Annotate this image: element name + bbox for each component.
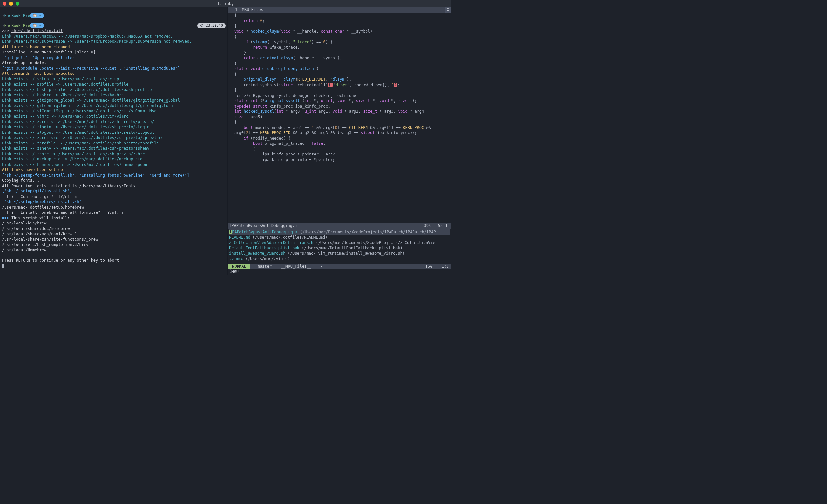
terminal-output-line: Link exists ~/.profile -> /Users/mac/.do… [2,82,226,87]
terminal-output-line: Link exists ~/.zprezto -> /Users/mac/.do… [2,119,226,125]
terminal-output-line: ['git pull', 'Updating dotfiles'] [2,55,226,61]
code-area[interactable]: { return 0;}void * hooked_dlsym(void * _… [234,13,451,223]
code-line: typedef struct kinfo_proc ipa_kinfo_proc… [234,104,450,109]
vim-command-line[interactable]: :MRU [228,269,451,275]
code-line: } [234,88,450,93]
code-line: "cm">// Bypassing sysctl debugger checki… [234,93,450,98]
terminal-output-line: ['sh ~/.setup/homebrew/install.sh'] [2,199,226,205]
terminal-output-line: All Powerline fonts installed to /Users/… [2,183,226,189]
code-line: bool modify_needed = arg1 == 4 && arg0[0… [234,125,450,136]
terminal-output-line: Link exists ~/.hammerspoon -> /Users/mac… [2,162,226,167]
terminal-output-line: ['sh ~/.setup/git/install.sh'] [2,189,226,194]
code-line: { [234,119,450,125]
terminal-output-line: Copying fonts... [2,178,226,183]
code-line: if (strcmp(__symbol, "ptrace") == 0) { [234,40,450,45]
fullscreen-window-button[interactable] [15,2,19,5]
code-line: ipa_kinfo_proc * pointer = arg2; [234,152,450,157]
code-line: bool original_p_traced = false; [234,141,450,146]
terminal-output-line: Link exists ~/.gitignore_global -> /User… [2,98,226,103]
terminal-pane[interactable]: ┌ MacBook-Pro 🏠 ~ ┌ MacBook-Pro 🏠 ~ ⏱ 23… [0,7,228,275]
footer-prompt: Press RETURN to continue or any other ke… [2,258,226,263]
terminal-output-line: Link exists ~/.zlogin -> /Users/mac/.dot… [2,124,226,130]
install-path-line: /usr/local/share/man/man1/brew.1 [2,231,226,237]
mru-item[interactable]: .vimrc (/Users/mac/.vimrc) [229,256,450,262]
statusbar-upper: IPAPatchBypassAntiDebugging.m 39% 55:1 [228,223,451,229]
code-line: } [234,61,450,66]
install-header: ==> This script will install: [2,215,226,221]
mru-item[interactable]: README.md (/Users/mac/.dotfiles/README.m… [229,235,450,240]
home-icon: 🏠 ~ [30,13,44,18]
line-gutter [228,13,234,223]
window-title: 1. ruby [217,1,234,6]
terminal-output-line: Link exists ~/.bash_profile -> /Users/ma… [2,87,226,93]
tab-line-number: 1 [235,7,237,13]
terminal-output-line: Link /Users/mac/.subversion -> /Users/ma… [2,39,226,44]
terminal-output-line: Already up-to-date. [2,60,226,66]
home-icon: 🏠 ~ [30,23,44,29]
terminal-cursor [2,264,4,268]
terminal-output-line: /Users/mac/.dotfiles/setup/homebrew [2,205,226,210]
prompt-line-2: ┌ MacBook-Pro 🏠 ~ ⏱ 23:32:40 [2,23,226,29]
tab-filename[interactable]: __MRU_Files__ [237,7,268,13]
terminal-output-line: [ ? ] Configure git? [Y/n]: n [2,194,226,200]
terminal-output-line: [ ? ] Install Homebrew and all formulae?… [2,210,226,215]
terminal-output-line: Link exists ~/.zprofile -> /Users/mac/.d… [2,141,226,146]
install-path-line: /usr/local/Homebrew [2,247,226,253]
code-line: } [234,23,450,29]
code-line: { [234,34,450,40]
terminal-output-line: All targets have been cleaned [2,44,226,50]
code-line: return &fake_ptrace; [234,45,450,50]
code-line: return original_dlsym(__handle, __symbol… [234,55,450,61]
code-line: { [234,146,450,152]
terminal-output-line: Link exists ~/.zshrc -> /Users/mac/.dotf… [2,151,226,157]
mru-item[interactable]: ZLCollectionViewAdapterDefinitions.h (/U… [229,240,450,246]
prompt-line-1: ┌ MacBook-Pro 🏠 ~ [2,13,226,18]
mru-item[interactable]: DefaultFontFallbacks.plist.bak (/Users/m… [229,246,450,251]
editor-pane[interactable]: 1 __MRU_Files__ - X { return 0;}void * h… [228,7,451,275]
command-line: >>> sh ~/.dotfiles/install [2,28,226,34]
terminal-output-line: Link exists ~/.setup -> /Users/mac/.dotf… [2,77,226,82]
clock-badge: ⏱ 23:32:40 [197,23,226,29]
code-line: { [234,71,450,77]
code-line: static void disable_pt_deny_attach() [234,66,450,71]
code-line: static int (*original_sysctl)(int *, u_i… [234,98,450,104]
code-line: return 0; [234,18,450,23]
terminal-output-line: Link exists ~/.stCommitMsg -> /Users/mac… [2,108,226,114]
mru-list[interactable]: IPAPatchBypassAntiDebugging.m (/Users/ma… [228,229,451,264]
code-line: original_dlsym = dlsym(RTLD_DEFAULT, "dl… [234,77,450,82]
terminal-output-line: Link exists ~/.zpreztorc -> /Users/mac/.… [2,135,226,141]
close-window-button[interactable] [3,2,6,5]
close-tab-button[interactable]: X [445,7,451,13]
code-line: if (modify_needed) { [234,136,450,141]
code-line: { [234,13,450,18]
terminal-output-line: Link exists ~/.zlogout -> /Users/mac/.do… [2,130,226,135]
statusbar-lower: NORMAL master __MRU_Files__ - 16% 1:1 [228,264,451,269]
mru-item[interactable]: install_awesome_vimrc.sh (/Users/mac/.vi… [229,251,450,256]
install-path-line: /usr/local/share/doc/homebrew [2,226,226,232]
terminal-output-line: All commands have been executed [2,71,226,77]
code-line: rebind_symbols((struct rebinding[1]){{"d… [234,82,450,88]
terminal-output-line: Link exists ~/.gitconfig.local -> /Users… [2,103,226,108]
terminal-output-line: Link exists ~/.vimrc -> /Users/mac/.dotf… [2,114,226,119]
terminal-output-line: ['sh ~/.setup/fonts/install.sh', 'Instal… [2,173,226,178]
titlebar: 1. ruby [0,0,451,7]
traffic-lights [3,2,19,5]
terminal-output-line: All links have been set up [2,167,226,173]
mru-item[interactable]: IPAPatchBypassAntiDebugging.m (/Users/ma… [229,229,450,235]
tab-flag: - [268,7,270,13]
terminal-output-line: Installing TrungPNN's dotfiles [sleep 0] [2,50,226,55]
terminal-output-line: Link exists ~/.bashrc -> /Users/mac/.dot… [2,92,226,98]
mode-indicator: NORMAL [228,264,250,269]
terminal-output-line: ['git submodule update --init --recursiv… [2,66,226,71]
code-line: } [234,50,450,56]
install-path-line: /usr/local/bin/brew [2,220,226,226]
terminal-output-line: Link exists ~/.zshenv -> /Users/mac/.dot… [2,146,226,151]
terminal-output-line: Link exists ~/.mackup.cfg -> /Users/mac/… [2,156,226,162]
code-line: void * hooked_dlsym(void * __handle, con… [234,29,450,34]
install-path-line: /usr/local/share/zsh/site-functions/_bre… [2,237,226,242]
terminal-output-line: Link /Users/mac/.MacOSX -> /Users/mac/Dr… [2,34,226,39]
vim-tabline[interactable]: 1 __MRU_Files__ - X [228,7,451,13]
code-line: ipa_kinfo_proc info = *pointer; [234,157,450,163]
code-line: int hooked_sysctl(int * arg0, u_int arg1… [234,109,450,119]
minimize-window-button[interactable] [9,2,13,5]
